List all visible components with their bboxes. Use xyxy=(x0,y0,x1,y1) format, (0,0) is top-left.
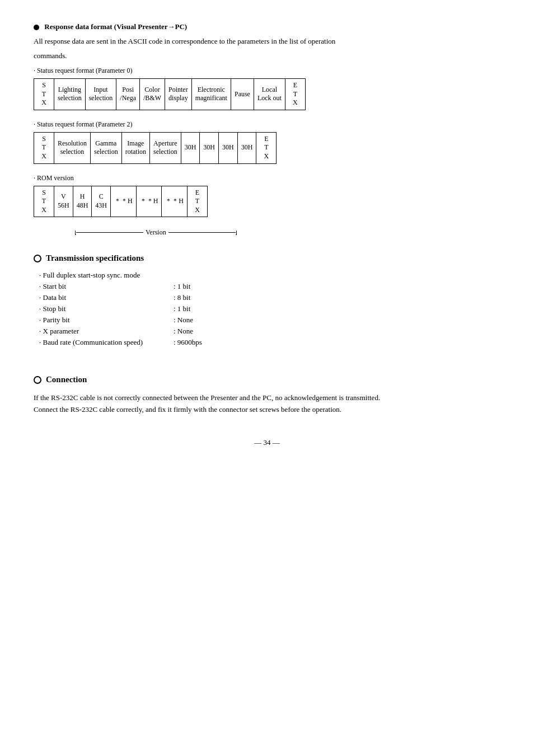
gamma-cell: Gammaselection xyxy=(91,132,122,163)
star2-cell: ＊＊H xyxy=(136,186,162,217)
connection-section: Connection If the RS-232C cable is not c… xyxy=(34,375,500,416)
30h-cell-3: 30H xyxy=(219,132,238,163)
connection-text1: If the RS-232C cable is not correctly co… xyxy=(34,392,500,404)
v56h-cell: V56H xyxy=(54,186,73,217)
spec-key-duplex: · Full duplex start-stop sync. mode xyxy=(39,271,168,280)
version-label: Version xyxy=(143,228,168,237)
response-section: Response data format (Visual Presenter→P… xyxy=(34,22,500,237)
spec-key-x: · X parameter xyxy=(39,327,168,336)
rom-version-wrapper: STX V56H H48H C43H ＊＊H ＊＊H ＊＊H ETX Versi… xyxy=(34,186,500,237)
spec-item-duplex: · Full duplex start-stop sync. mode xyxy=(39,271,500,280)
spec-val-stop: : 1 bit xyxy=(174,304,190,313)
stx-cell-2: STX xyxy=(34,132,54,163)
h48h-cell: H48H xyxy=(73,186,92,217)
spec-item-x: · X parameter : None xyxy=(39,327,500,336)
spec-val-data: : 8 bit xyxy=(174,293,190,302)
spec-item-baud: · Baud rate (Communication speed) : 9600… xyxy=(39,338,500,347)
description-line2: commands. xyxy=(34,50,500,62)
description-line1: All response data are sent in the ASCII … xyxy=(34,36,500,47)
spec-item-data: · Data bit : 8 bit xyxy=(39,293,500,302)
bullet-icon xyxy=(34,25,39,30)
etx-cell-rom: ETX xyxy=(188,186,208,217)
param2-table: STX Resolutionselection Gammaselection I… xyxy=(34,132,277,164)
connection-text2: Connect the RS-232C cable correctly, and… xyxy=(34,404,500,416)
spec-val-baud: : 9600bps xyxy=(174,338,202,347)
30h-cell-4: 30H xyxy=(237,132,256,163)
param0-table: STX Lightingselection Inputselection Pos… xyxy=(34,78,306,110)
circle-icon-connection xyxy=(34,376,41,384)
param2-label: · Status request format (Parameter 2) xyxy=(34,120,500,129)
response-title: Response data format (Visual Presenter→P… xyxy=(34,22,500,31)
c43h-cell: C43H xyxy=(92,186,111,217)
etx-cell: ETX xyxy=(285,79,305,110)
spec-item-parity: · Parity bit : None xyxy=(39,316,500,325)
pointer-cell: Pointerdisplay xyxy=(165,79,191,110)
spec-key-baud: · Baud rate (Communication speed) xyxy=(39,338,168,347)
spec-list: · Full duplex start-stop sync. mode · St… xyxy=(39,271,500,347)
spec-val-parity: : None xyxy=(174,316,193,325)
star1-cell: ＊＊H xyxy=(111,186,137,217)
electronic-cell: Electronicmagnificant xyxy=(191,79,231,110)
star3-cell: ＊＊H xyxy=(162,186,188,217)
aperture-cell: Apertureselection xyxy=(150,132,181,163)
connection-title: Connection xyxy=(34,375,500,384)
stx-cell-rom: STX xyxy=(34,186,54,217)
circle-icon-transmission xyxy=(34,255,41,262)
spec-val-start: : 1 bit xyxy=(174,282,190,291)
image-rotation-cell: Imagerotation xyxy=(121,132,149,163)
etx-cell-2: ETX xyxy=(256,132,277,163)
resolution-cell: Resolutionselection xyxy=(54,132,91,163)
local-lock-cell: LocalLock out xyxy=(254,79,285,110)
input-cell: Inputselection xyxy=(85,79,116,110)
page-number: — 34 — xyxy=(34,438,500,447)
param0-label: · Status request format (Parameter 0) xyxy=(34,67,500,75)
spec-key-data: · Data bit xyxy=(39,293,168,302)
rom-label: · ROM version xyxy=(34,174,500,182)
spec-item-stop: · Stop bit : 1 bit xyxy=(39,304,500,313)
30h-cell-2: 30H xyxy=(200,132,219,163)
spec-key-start: · Start bit xyxy=(39,282,168,291)
spec-key-parity: · Parity bit xyxy=(39,316,168,325)
color-cell: Color/B&W xyxy=(139,79,165,110)
version-annotation: Version xyxy=(75,228,237,237)
rom-table: STX V56H H48H C43H ＊＊H ＊＊H ＊＊H ETX xyxy=(34,186,208,218)
spec-key-stop: · Stop bit xyxy=(39,304,168,313)
spec-val-x: : None xyxy=(174,327,193,336)
stx-cell: STX xyxy=(34,79,54,110)
pause-cell: Pause xyxy=(231,79,254,110)
30h-cell-1: 30H xyxy=(181,132,200,163)
posi-cell: Posi/Nega xyxy=(116,79,140,110)
spec-item-start: · Start bit : 1 bit xyxy=(39,282,500,291)
lighting-cell: Lightingselection xyxy=(54,79,86,110)
transmission-section: Transmission specifications · Full duple… xyxy=(34,253,500,347)
transmission-title: Transmission specifications xyxy=(34,253,500,263)
